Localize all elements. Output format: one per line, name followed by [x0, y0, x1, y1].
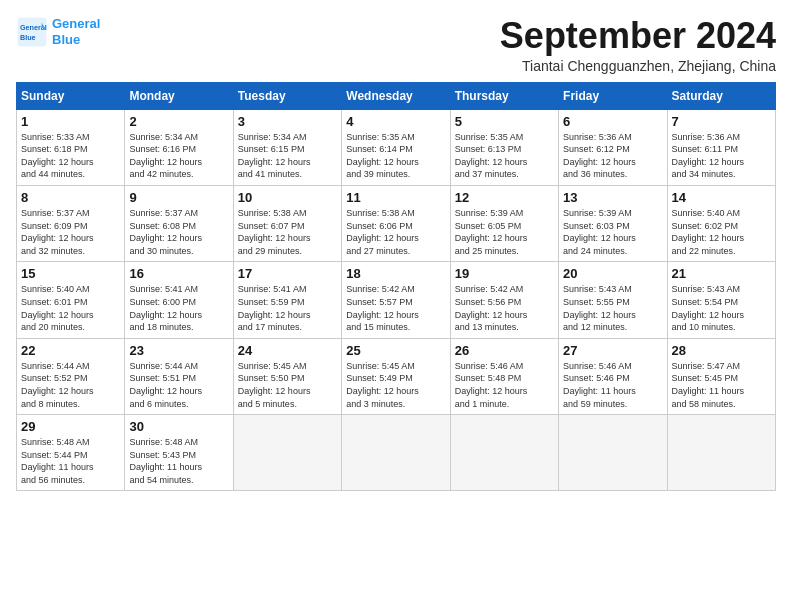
day-number: 6	[563, 114, 662, 129]
location-subtitle: Tiantai Chengguanzhen, Zhejiang, China	[500, 58, 776, 74]
day-info: Sunrise: 5:45 AM Sunset: 5:50 PM Dayligh…	[238, 360, 337, 410]
day-info: Sunrise: 5:34 AM Sunset: 6:15 PM Dayligh…	[238, 131, 337, 181]
day-info: Sunrise: 5:43 AM Sunset: 5:54 PM Dayligh…	[672, 283, 771, 333]
day-number: 17	[238, 266, 337, 281]
day-info: Sunrise: 5:35 AM Sunset: 6:14 PM Dayligh…	[346, 131, 445, 181]
calendar-cell: 4Sunrise: 5:35 AM Sunset: 6:14 PM Daylig…	[342, 109, 450, 185]
day-info: Sunrise: 5:36 AM Sunset: 6:11 PM Dayligh…	[672, 131, 771, 181]
day-number: 13	[563, 190, 662, 205]
calendar-cell: 19Sunrise: 5:42 AM Sunset: 5:56 PM Dayli…	[450, 262, 558, 338]
calendar-cell	[450, 415, 558, 491]
day-info: Sunrise: 5:41 AM Sunset: 6:00 PM Dayligh…	[129, 283, 228, 333]
calendar-cell: 8Sunrise: 5:37 AM Sunset: 6:09 PM Daylig…	[17, 185, 125, 261]
calendar-cell: 24Sunrise: 5:45 AM Sunset: 5:50 PM Dayli…	[233, 338, 341, 414]
month-title: September 2024	[500, 16, 776, 56]
calendar-cell: 23Sunrise: 5:44 AM Sunset: 5:51 PM Dayli…	[125, 338, 233, 414]
day-number: 25	[346, 343, 445, 358]
logo-text-general: General	[52, 16, 100, 32]
day-number: 4	[346, 114, 445, 129]
day-info: Sunrise: 5:44 AM Sunset: 5:52 PM Dayligh…	[21, 360, 120, 410]
calendar-cell	[342, 415, 450, 491]
day-info: Sunrise: 5:37 AM Sunset: 6:08 PM Dayligh…	[129, 207, 228, 257]
calendar-cell: 12Sunrise: 5:39 AM Sunset: 6:05 PM Dayli…	[450, 185, 558, 261]
calendar-cell: 17Sunrise: 5:41 AM Sunset: 5:59 PM Dayli…	[233, 262, 341, 338]
day-info: Sunrise: 5:40 AM Sunset: 6:02 PM Dayligh…	[672, 207, 771, 257]
day-info: Sunrise: 5:46 AM Sunset: 5:46 PM Dayligh…	[563, 360, 662, 410]
day-number: 11	[346, 190, 445, 205]
calendar-cell: 26Sunrise: 5:46 AM Sunset: 5:48 PM Dayli…	[450, 338, 558, 414]
day-number: 12	[455, 190, 554, 205]
day-number: 21	[672, 266, 771, 281]
day-info: Sunrise: 5:48 AM Sunset: 5:43 PM Dayligh…	[129, 436, 228, 486]
day-number: 23	[129, 343, 228, 358]
calendar-cell: 14Sunrise: 5:40 AM Sunset: 6:02 PM Dayli…	[667, 185, 775, 261]
day-info: Sunrise: 5:37 AM Sunset: 6:09 PM Dayligh…	[21, 207, 120, 257]
day-info: Sunrise: 5:38 AM Sunset: 6:06 PM Dayligh…	[346, 207, 445, 257]
day-number: 5	[455, 114, 554, 129]
calendar-cell: 18Sunrise: 5:42 AM Sunset: 5:57 PM Dayli…	[342, 262, 450, 338]
day-number: 29	[21, 419, 120, 434]
day-info: Sunrise: 5:40 AM Sunset: 6:01 PM Dayligh…	[21, 283, 120, 333]
day-info: Sunrise: 5:42 AM Sunset: 5:56 PM Dayligh…	[455, 283, 554, 333]
day-number: 3	[238, 114, 337, 129]
day-info: Sunrise: 5:39 AM Sunset: 6:03 PM Dayligh…	[563, 207, 662, 257]
day-info: Sunrise: 5:46 AM Sunset: 5:48 PM Dayligh…	[455, 360, 554, 410]
calendar-header-row: SundayMondayTuesdayWednesdayThursdayFrid…	[17, 82, 776, 109]
calendar-week-1: 1Sunrise: 5:33 AM Sunset: 6:18 PM Daylig…	[17, 109, 776, 185]
day-info: Sunrise: 5:42 AM Sunset: 5:57 PM Dayligh…	[346, 283, 445, 333]
calendar-cell	[233, 415, 341, 491]
day-number: 19	[455, 266, 554, 281]
calendar-cell: 20Sunrise: 5:43 AM Sunset: 5:55 PM Dayli…	[559, 262, 667, 338]
day-info: Sunrise: 5:33 AM Sunset: 6:18 PM Dayligh…	[21, 131, 120, 181]
day-number: 27	[563, 343, 662, 358]
calendar-cell: 21Sunrise: 5:43 AM Sunset: 5:54 PM Dayli…	[667, 262, 775, 338]
logo: General Blue General Blue	[16, 16, 100, 48]
day-info: Sunrise: 5:34 AM Sunset: 6:16 PM Dayligh…	[129, 131, 228, 181]
day-number: 10	[238, 190, 337, 205]
calendar-cell: 9Sunrise: 5:37 AM Sunset: 6:08 PM Daylig…	[125, 185, 233, 261]
day-info: Sunrise: 5:45 AM Sunset: 5:49 PM Dayligh…	[346, 360, 445, 410]
calendar-cell: 7Sunrise: 5:36 AM Sunset: 6:11 PM Daylig…	[667, 109, 775, 185]
day-number: 30	[129, 419, 228, 434]
calendar-cell: 2Sunrise: 5:34 AM Sunset: 6:16 PM Daylig…	[125, 109, 233, 185]
day-number: 26	[455, 343, 554, 358]
calendar-week-2: 8Sunrise: 5:37 AM Sunset: 6:09 PM Daylig…	[17, 185, 776, 261]
day-number: 20	[563, 266, 662, 281]
page-header: General Blue General Blue September 2024…	[16, 16, 776, 74]
calendar-cell: 11Sunrise: 5:38 AM Sunset: 6:06 PM Dayli…	[342, 185, 450, 261]
calendar-table: SundayMondayTuesdayWednesdayThursdayFrid…	[16, 82, 776, 492]
header-sunday: Sunday	[17, 82, 125, 109]
calendar-cell: 3Sunrise: 5:34 AM Sunset: 6:15 PM Daylig…	[233, 109, 341, 185]
calendar-cell: 6Sunrise: 5:36 AM Sunset: 6:12 PM Daylig…	[559, 109, 667, 185]
header-wednesday: Wednesday	[342, 82, 450, 109]
calendar-cell: 29Sunrise: 5:48 AM Sunset: 5:44 PM Dayli…	[17, 415, 125, 491]
calendar-cell: 15Sunrise: 5:40 AM Sunset: 6:01 PM Dayli…	[17, 262, 125, 338]
day-info: Sunrise: 5:36 AM Sunset: 6:12 PM Dayligh…	[563, 131, 662, 181]
header-saturday: Saturday	[667, 82, 775, 109]
calendar-week-3: 15Sunrise: 5:40 AM Sunset: 6:01 PM Dayli…	[17, 262, 776, 338]
calendar-cell	[667, 415, 775, 491]
day-number: 24	[238, 343, 337, 358]
day-number: 9	[129, 190, 228, 205]
calendar-cell: 13Sunrise: 5:39 AM Sunset: 6:03 PM Dayli…	[559, 185, 667, 261]
day-info: Sunrise: 5:44 AM Sunset: 5:51 PM Dayligh…	[129, 360, 228, 410]
day-number: 1	[21, 114, 120, 129]
calendar-cell: 16Sunrise: 5:41 AM Sunset: 6:00 PM Dayli…	[125, 262, 233, 338]
calendar-cell	[559, 415, 667, 491]
day-number: 18	[346, 266, 445, 281]
day-info: Sunrise: 5:43 AM Sunset: 5:55 PM Dayligh…	[563, 283, 662, 333]
calendar-week-5: 29Sunrise: 5:48 AM Sunset: 5:44 PM Dayli…	[17, 415, 776, 491]
day-info: Sunrise: 5:38 AM Sunset: 6:07 PM Dayligh…	[238, 207, 337, 257]
day-number: 8	[21, 190, 120, 205]
calendar-cell: 5Sunrise: 5:35 AM Sunset: 6:13 PM Daylig…	[450, 109, 558, 185]
day-info: Sunrise: 5:47 AM Sunset: 5:45 PM Dayligh…	[672, 360, 771, 410]
calendar-cell: 27Sunrise: 5:46 AM Sunset: 5:46 PM Dayli…	[559, 338, 667, 414]
calendar-cell: 30Sunrise: 5:48 AM Sunset: 5:43 PM Dayli…	[125, 415, 233, 491]
logo-icon: General Blue	[16, 16, 48, 48]
day-number: 2	[129, 114, 228, 129]
calendar-cell: 25Sunrise: 5:45 AM Sunset: 5:49 PM Dayli…	[342, 338, 450, 414]
svg-text:Blue: Blue	[20, 33, 36, 42]
day-number: 28	[672, 343, 771, 358]
logo-text-blue: Blue	[52, 32, 100, 48]
day-number: 7	[672, 114, 771, 129]
